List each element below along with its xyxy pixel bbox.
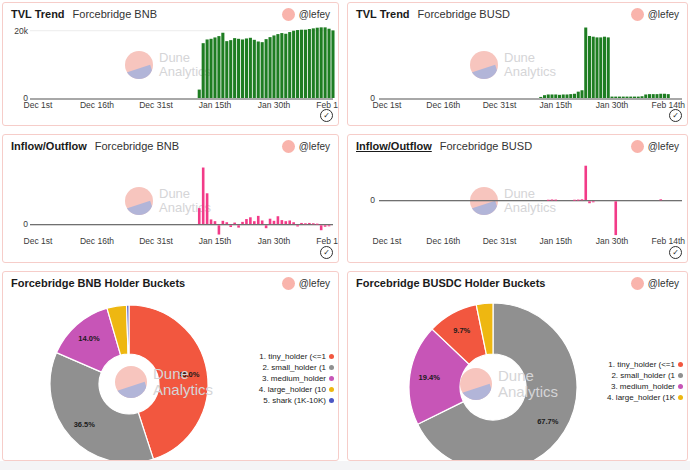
bar: [261, 220, 264, 224]
panel-title[interactable]: Inflow/Outflow: [356, 140, 432, 153]
bar: [288, 32, 291, 98]
author-chip[interactable]: @lefey: [631, 140, 679, 153]
x-tick-label: Dec 1st: [373, 236, 402, 246]
chart-inflow-outflow-busd[interactable]: 0Dec 1stDec 16thDec 31stJan 15thJan 30th…: [349, 153, 686, 262]
legend-item-small_holder[interactable]: 2. small_holder (1: [259, 363, 334, 372]
panel-subtitle: Forcebridge BNB: [73, 8, 157, 21]
bar: [539, 97, 542, 98]
author-handle: @lefey: [648, 8, 679, 21]
author-chip[interactable]: @lefey: [282, 277, 330, 290]
author-chip[interactable]: @lefey: [282, 8, 330, 21]
bar: [304, 223, 307, 224]
bar: [249, 217, 252, 224]
bar: [229, 40, 232, 98]
panel-title: TVL Trend: [356, 8, 410, 21]
panel-header: TVL Trend Forcebridge BUSD @lefey: [348, 3, 687, 21]
page-background-strip: [0, 461, 690, 470]
chart-inflow-outflow-bnb[interactable]: 0Dec 1stDec 16thDec 31stJan 15thJan 30th…: [4, 153, 337, 262]
panel-busdc-holder-buckets: Forcebridge BUSDC Holder Buckets @lefey …: [347, 271, 688, 461]
bar: [607, 37, 610, 98]
bar: [233, 38, 236, 98]
x-tick-label: Jan 30th: [596, 236, 629, 246]
bar: [316, 224, 319, 225]
chart-tvl-bnb[interactable]: 20k0Dec 1stDec 16thDec 31stJan 15thJan 3…: [4, 21, 337, 125]
x-axis-line: [379, 98, 682, 100]
x-tick-label: Jan 15th: [199, 100, 232, 110]
legend-label: 1. tiny_holder (<=1: [259, 352, 326, 361]
legend-item-shark[interactable]: 5. shark (1K-10K): [259, 396, 334, 405]
bar: [554, 200, 557, 201]
x-tick-label: Jan 30th: [596, 100, 629, 110]
panel-title: Forcebridge BNB Holder Buckets: [11, 277, 185, 290]
bar: [569, 94, 572, 98]
bar: [581, 90, 584, 98]
panel-subtitle: Forcebridge BUSD: [440, 140, 532, 153]
legend-label: 4. large_holder (1K: [607, 393, 675, 402]
legend-label: 1. tiny_holder (<=1: [608, 360, 675, 369]
legend-item-medium_holder[interactable]: 3. medium_holder: [607, 382, 683, 391]
bar: [659, 199, 662, 200]
author-chip[interactable]: @lefey: [631, 277, 679, 290]
bar: [225, 41, 228, 98]
bar: [584, 166, 587, 200]
x-tick-label: Dec 16th: [426, 100, 460, 110]
author-avatar-icon: [282, 277, 295, 290]
x-tick-label: Dec 16th: [426, 236, 460, 246]
bar: [280, 33, 283, 98]
legend-dot-icon: [678, 362, 683, 367]
panel-header: Forcebridge BUSDC Holder Buckets @lefey: [348, 272, 687, 290]
bar: [292, 222, 295, 224]
bar: [218, 225, 221, 234]
author-handle: @lefey: [648, 277, 679, 290]
bar: [592, 201, 595, 202]
bar: [551, 94, 554, 98]
x-tick-label: Feb 14th: [652, 100, 686, 110]
legend-item-large_holder[interactable]: 4. large_holder (10: [259, 385, 334, 394]
author-avatar-icon: [631, 140, 644, 153]
legend-label: 3. medium_holder: [262, 374, 326, 383]
panel-title: Forcebridge BUSDC Holder Buckets: [356, 277, 545, 290]
donut-legend: 1. tiny_holder (<=12. small_holder (13. …: [607, 360, 683, 402]
donut-legend: 1. tiny_holder (<=12. small_holder (13. …: [259, 352, 334, 405]
author-handle: @lefey: [299, 277, 330, 290]
bar: [327, 29, 330, 98]
legend-dot-icon: [678, 395, 683, 400]
bar: [547, 94, 550, 98]
author-handle: @lefey: [299, 8, 330, 21]
bar: [573, 94, 576, 98]
legend-dot-icon: [329, 354, 334, 359]
bar: [308, 29, 311, 98]
legend-item-medium_holder[interactable]: 3. medium_holder: [259, 374, 334, 383]
bar: [277, 216, 280, 224]
bar: [331, 30, 334, 98]
legend-item-tiny_holder[interactable]: 1. tiny_holder (<=1: [259, 352, 334, 361]
bar: [577, 200, 580, 201]
bar: [300, 223, 303, 224]
bar: [637, 97, 640, 98]
legend-item-tiny_holder[interactable]: 1. tiny_holder (<=1: [607, 360, 683, 369]
verified-check-icon: ✓: [320, 109, 333, 122]
author-handle: @lefey: [648, 140, 679, 153]
bar: [611, 97, 614, 98]
bar: [554, 94, 557, 98]
x-tick-label: Feb 14th: [652, 236, 686, 246]
legend-item-large_holder[interactable]: 4. large_holder (1K: [607, 393, 683, 402]
bar: [312, 223, 315, 224]
bar: [292, 31, 295, 98]
legend-label: 2. small_holder (1: [611, 371, 675, 380]
author-chip[interactable]: @lefey: [282, 140, 330, 153]
legend-item-small_holder[interactable]: 2. small_holder (1: [607, 371, 683, 380]
panel-bnb-holder-buckets: Forcebridge BNB Holder Buckets @lefey 45…: [2, 271, 339, 461]
bar: [573, 200, 576, 201]
y-tick-label: 20k: [14, 26, 28, 36]
bar: [269, 37, 272, 98]
bar: [603, 37, 606, 98]
verified-check-icon: ✓: [320, 246, 333, 259]
panel-subtitle: Forcebridge BNB: [95, 140, 179, 153]
x-axis-line: [379, 200, 682, 201]
chart-tvl-busd[interactable]: 0Dec 1stDec 16thDec 31stJan 15thJan 30th…: [349, 21, 686, 125]
x-tick-label: Dec 1st: [373, 100, 402, 110]
bar: [641, 96, 644, 98]
legend-label: 5. shark (1K-10K): [263, 396, 326, 405]
author-chip[interactable]: @lefey: [631, 8, 679, 21]
